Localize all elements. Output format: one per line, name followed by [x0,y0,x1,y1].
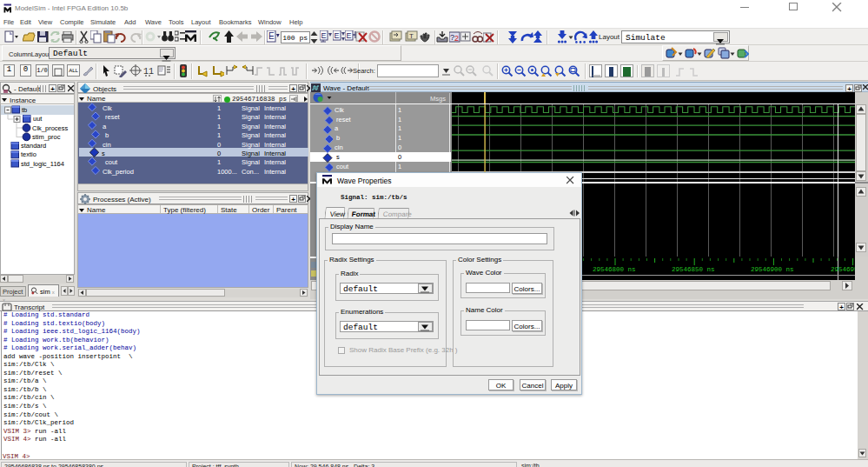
svg-text:29546800 ns: 29546800 ns [593,266,636,273]
svg-text:11: 11 [143,67,154,77]
svg-text:2: 2 [454,34,459,43]
svg-text:29546850 ns: 29546850 ns [672,266,715,273]
svg-text:E: E [335,31,340,40]
svg-text:E: E [321,31,327,40]
svg-text:E: E [268,31,275,41]
svg-text:T: T [409,32,414,40]
svg-text:E: E [347,31,352,40]
svg-text:29546900 ns: 29546900 ns [751,266,794,273]
svg-text:29546950 n: 29546950 n [831,266,855,273]
